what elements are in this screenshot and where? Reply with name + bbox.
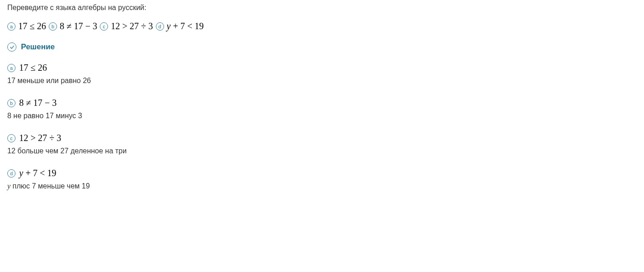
solution-item-b: b 8 ≠ 17 − 3 8 не равно 17 минус 3 [7,98,637,120]
solution-item-d: d y + 7 < 19 y плюс 7 меньше чем 19 [7,168,637,190]
solution-d-expr: y + 7 < 19 [19,168,56,178]
marker-c: c [7,134,15,142]
problem-a-expr: 17 ≤ 26 [18,21,46,31]
problem-c-expr: 12 > 27 ÷ 3 [111,21,153,31]
question-text: Переведите с языка алгебры на русский: [7,4,637,12]
solution-header: Решение [7,42,637,52]
solution-b-text: 8 не равно 17 минус 3 [7,112,637,120]
marker-d: d [156,22,164,31]
problem-b-expr: 8 ≠ 17 − 3 [60,21,97,31]
solution-item-a: a 17 ≤ 26 17 меньше или равно 26 [7,63,637,85]
solution-c-text: 12 больше чем 27 деленное на три [7,147,637,155]
solution-title: Решение [21,42,55,52]
solution-d-text: y плюс 7 меньше чем 19 [7,182,637,190]
solution-item-c: c 12 > 27 ÷ 3 12 больше чем 27 деленное … [7,133,637,155]
problem-line: a 17 ≤ 26 b 8 ≠ 17 − 3 c 12 > 27 ÷ 3 d y… [7,21,637,31]
marker-b: b [49,22,57,31]
marker-d: d [7,169,15,178]
solution-a-expr: 17 ≤ 26 [19,63,47,73]
check-icon [7,42,16,52]
problem-d-expr: y + 7 < 19 [167,21,204,31]
solution-a-text: 17 меньше или равно 26 [7,77,637,85]
marker-b: b [7,99,15,107]
marker-a: a [7,22,15,31]
solution-b-expr: 8 ≠ 17 − 3 [19,98,57,108]
marker-a: a [7,64,15,72]
marker-c: c [100,22,108,31]
solution-c-expr: 12 > 27 ÷ 3 [19,133,61,143]
